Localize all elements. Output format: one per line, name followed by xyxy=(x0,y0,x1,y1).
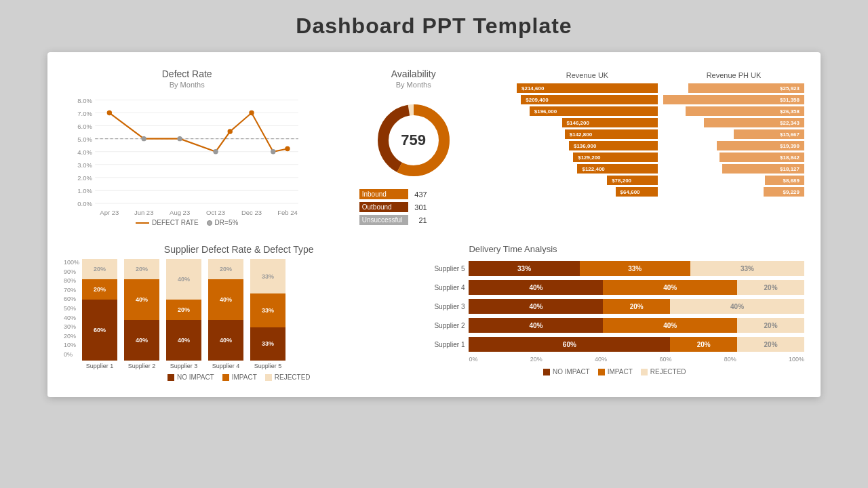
rev-ph-bar-9: $8,689 xyxy=(765,176,804,185)
supplier2-col: 20% 40% 40% Supplier 2 xyxy=(124,259,159,369)
supplier3-col: 40% 20% 40% Supplier 3 xyxy=(166,259,201,369)
svg-text:7.0%: 7.0% xyxy=(77,110,92,117)
supplier4-col: 20% 40% 40% Supplier 4 xyxy=(208,259,243,369)
defect-rate-title: Defect Rate xyxy=(64,68,310,79)
supplier3-bar: 40% 20% 40% xyxy=(166,259,201,361)
s5-noimpact: 33% xyxy=(250,327,285,361)
s2-rj: 20% xyxy=(737,318,804,333)
rev-uk-row-7: $129,200 xyxy=(517,152,658,162)
svg-point-31 xyxy=(271,149,275,154)
s4-rj: 20% xyxy=(737,280,804,295)
supplier1-col: 20% 20% 60% Supplier 1 xyxy=(82,259,117,369)
rev-ph-bar-8: $18,127 xyxy=(722,164,804,174)
dashboard: Defect Rate By Months 8.0% 7.0% 6.0% 5.0… xyxy=(47,52,821,397)
legend-line-icon xyxy=(136,222,149,224)
delivery-legend: NO IMPACT IMPACT REJECTED xyxy=(425,368,804,375)
svg-text:Aug 23: Aug 23 xyxy=(170,209,190,216)
rev-ph-bar-3: $26,358 xyxy=(686,106,804,116)
unsuccessful-bar-row: Unsuccessful 21 xyxy=(359,215,468,225)
impact-label: IMPACT xyxy=(232,373,257,381)
svg-point-28 xyxy=(213,149,218,154)
svg-point-27 xyxy=(177,136,182,141)
supplier-chart-area: 100% 90% 80% 70% 60% 50% 40% 30% 20% 10%… xyxy=(64,259,414,369)
rev-ph-row-7: $18,842 xyxy=(663,152,804,162)
s3-rejected: 40% xyxy=(166,259,201,300)
svg-text:Oct 23: Oct 23 xyxy=(206,209,225,216)
no-impact-swatch xyxy=(167,374,174,381)
rev-uk-bar-5: $142,800 xyxy=(565,129,658,139)
svg-point-32 xyxy=(285,146,290,151)
s5-rj: 33% xyxy=(690,261,804,276)
s2-rejected: 20% xyxy=(124,259,159,279)
delivery-s3-bar: 40% 20% 40% xyxy=(469,299,804,314)
revenue-section: Revenue UK Revenue PH UK $214,600 xyxy=(517,68,804,228)
s4-ni: 40% xyxy=(469,280,603,295)
svg-text:Dec 23: Dec 23 xyxy=(241,209,262,216)
delivery-im-label: IMPACT xyxy=(608,368,633,375)
supplier2-bar: 20% 40% 40% xyxy=(124,259,159,361)
unsuccessful-label: Unsuccessful xyxy=(359,215,408,225)
inbound-bar-row: Inbound 437 xyxy=(359,189,468,199)
s2-impact: 40% xyxy=(124,279,159,320)
svg-text:1.0%: 1.0% xyxy=(77,187,92,195)
outbound-bar-row: Outbound 301 xyxy=(359,202,468,212)
rejected-label: REJECTED xyxy=(275,373,311,381)
donut-chart: 759 xyxy=(373,100,454,181)
rev-uk-row-8: $122,400 xyxy=(517,164,658,174)
revenue-header: Revenue UK Revenue PH UK xyxy=(517,68,804,81)
s3-impact: 20% xyxy=(166,300,201,320)
svg-text:4.0%: 4.0% xyxy=(77,148,92,156)
inbound-label: Inbound xyxy=(359,189,408,199)
s4-rejected: 20% xyxy=(208,259,243,279)
unsuccessful-value: 21 xyxy=(411,216,427,224)
delivery-supplier1-row: Supplier 1 60% 20% 20% xyxy=(425,337,804,352)
delivery-supplier5-row: Supplier 5 33% 33% 33% xyxy=(425,261,804,276)
supplier-defect-title: Supplier Defect Rate & Defect Type xyxy=(64,244,414,255)
rev-uk-row-2: $209,400 xyxy=(517,95,658,104)
delivery-s3-label: Supplier 3 xyxy=(425,303,469,310)
revenue-uk-col: $214,600 $209,400 $196,000 xyxy=(517,83,658,199)
rev-uk-row-9: $78,200 xyxy=(517,176,658,185)
rev-ph-row-4: $22,343 xyxy=(663,118,804,127)
revenue-bars: $214,600 $209,400 $196,000 xyxy=(517,83,804,199)
s3-im: 20% xyxy=(603,299,670,314)
outbound-value: 301 xyxy=(411,203,427,211)
svg-text:0.0%: 0.0% xyxy=(77,200,92,207)
delivery-im-swatch xyxy=(598,369,605,375)
svg-text:Feb 24: Feb 24 xyxy=(277,209,298,216)
availability-bars: Inbound 437 Outbound 301 Unsuccessful 21 xyxy=(359,189,468,228)
inbound-value: 437 xyxy=(411,190,427,199)
svg-text:8.0%: 8.0% xyxy=(77,97,92,104)
rev-uk-row-10: $64,600 xyxy=(517,187,658,197)
rev-ph-bar-7: $18,842 xyxy=(719,152,804,162)
page-title: Dashboard PPT Template xyxy=(296,14,572,39)
rev-uk-bar-3: $196,000 xyxy=(530,106,658,116)
s2-im: 40% xyxy=(603,318,737,333)
delivery-s1-label: Supplier 1 xyxy=(425,341,469,348)
rev-ph-bar-6: $19,390 xyxy=(717,141,804,150)
svg-text:6.0%: 6.0% xyxy=(77,123,92,130)
delivery-supplier3-row: Supplier 3 40% 20% 40% xyxy=(425,299,804,314)
supplier5-label: Supplier 5 xyxy=(254,363,282,369)
delivery-ni-swatch xyxy=(543,369,550,375)
supplier-defect-section: Supplier Defect Rate & Defect Type 100% … xyxy=(64,244,414,381)
delivery-supplier2-row: Supplier 2 40% 40% 20% xyxy=(425,318,804,333)
rev-uk-bar-7: $129,200 xyxy=(573,152,658,162)
delivery-s2-label: Supplier 2 xyxy=(425,322,469,329)
s5-rejected: 33% xyxy=(250,259,285,293)
delivery-section: Delivery Time Analysis Supplier 5 33% 33… xyxy=(425,244,804,381)
legend-dr5: DR=5% xyxy=(207,219,239,226)
stacked-bars: 20% 20% 60% Supplier 1 20% 40% 40% xyxy=(82,259,285,369)
supplier1-label: Supplier 1 xyxy=(86,363,114,369)
availability-subtitle: By Months xyxy=(396,81,431,89)
s1-noimpact: 60% xyxy=(82,300,117,361)
supplier5-col: 33% 33% 33% Supplier 5 xyxy=(250,259,285,369)
s5-im: 33% xyxy=(580,261,690,276)
delivery-s2-bar: 40% 40% 20% xyxy=(469,318,804,333)
availability-title: Availability xyxy=(391,68,436,79)
rev-uk-row-5: $142,800 xyxy=(517,129,658,139)
rev-ph-bar-5: $15,667 xyxy=(734,129,804,139)
rev-uk-bar-10: $64,600 xyxy=(616,187,658,197)
s4-noimpact: 40% xyxy=(208,320,243,361)
line-chart: 8.0% 7.0% 6.0% 5.0% 4.0% 3.0% 2.0% 1.0% … xyxy=(64,94,310,216)
